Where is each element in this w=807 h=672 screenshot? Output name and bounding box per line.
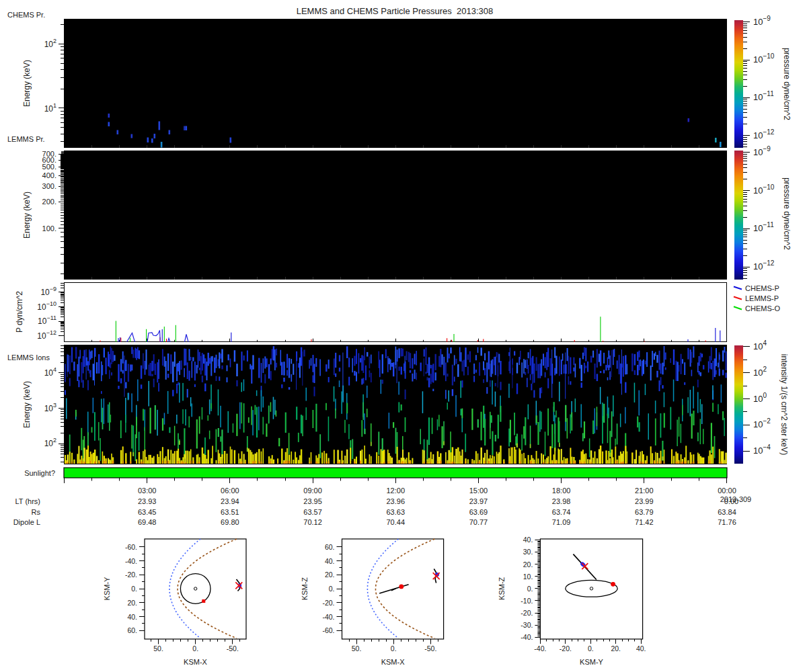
svg-text:63.45: 63.45 (138, 508, 157, 516)
svg-text:-20.: -20. (521, 609, 533, 617)
svg-text:300.: 300. (42, 182, 56, 190)
svg-text:20.: 20. (523, 560, 533, 569)
svg-text:-40.: -40. (322, 613, 334, 621)
svg-text:KSM-X: KSM-X (184, 658, 208, 666)
svg-text:23.97: 23.97 (469, 497, 488, 505)
svg-text:-10.: -10. (521, 597, 533, 605)
svg-text:LEMMS-P: LEMMS-P (745, 294, 779, 302)
svg-text:-60.: -60. (322, 626, 334, 634)
svg-text:69.48: 69.48 (138, 518, 157, 526)
svg-text:23.95: 23.95 (303, 497, 322, 505)
svg-text:LEMMS Pr.: LEMMS Pr. (7, 135, 45, 143)
svg-text:50.: 50. (352, 644, 362, 653)
svg-text:LT (hrs): LT (hrs) (15, 497, 41, 505)
svg-text:0.: 0. (192, 644, 198, 653)
svg-text:63.63: 63.63 (386, 508, 405, 516)
svg-text:23.96: 23.96 (386, 497, 405, 505)
svg-text:60.: 60. (127, 626, 137, 634)
svg-text:pressure dyne/cm^2: pressure dyne/cm^2 (782, 48, 792, 120)
svg-text:0.: 0. (391, 644, 397, 653)
svg-text:63.79: 63.79 (635, 508, 654, 516)
svg-text:30.: 30. (523, 548, 533, 556)
svg-text:intensity 1/(s cm^2 ster keV): intensity 1/(s cm^2 ster keV) (779, 354, 789, 455)
svg-text:20.: 20. (611, 644, 621, 653)
svg-text:63.57: 63.57 (303, 508, 322, 516)
svg-text:40.: 40. (127, 613, 137, 621)
svg-text:70.12: 70.12 (303, 518, 322, 526)
svg-text:-30.: -30. (521, 621, 533, 629)
svg-text:69.80: 69.80 (221, 518, 239, 526)
svg-text:10.: 10. (523, 573, 533, 581)
svg-text:-40.: -40. (534, 644, 546, 653)
svg-text:Energy (keV): Energy (keV) (22, 192, 32, 239)
svg-text:23.94: 23.94 (221, 497, 239, 505)
svg-text:23.98: 23.98 (552, 497, 571, 505)
svg-text:20.: 20. (127, 599, 137, 607)
svg-text:50.: 50. (153, 644, 163, 653)
svg-text:12:00: 12:00 (386, 487, 405, 495)
svg-text:Rs: Rs (32, 508, 41, 516)
svg-text:40.: 40. (636, 644, 646, 653)
svg-text:-20.: -20. (322, 599, 334, 607)
svg-text:-40.: -40. (521, 633, 533, 641)
svg-text:40.: 40. (325, 557, 335, 565)
svg-text:70.44: 70.44 (386, 518, 405, 526)
svg-text:21:00: 21:00 (635, 487, 654, 495)
svg-text:00:00: 00:00 (718, 487, 736, 495)
svg-text:-40.: -40. (125, 557, 137, 565)
svg-text:P dyn/cm^2: P dyn/cm^2 (15, 291, 24, 333)
svg-text:Sunlight?: Sunlight? (24, 469, 55, 477)
svg-text:Energy (keV): Energy (keV) (22, 381, 32, 428)
svg-text:63.69: 63.69 (469, 508, 488, 516)
svg-text:KSM-Y: KSM-Y (580, 658, 604, 666)
svg-text:200.: 200. (42, 198, 56, 206)
svg-text:pressure dyne/cm^2: pressure dyne/cm^2 (782, 177, 792, 250)
svg-text:-20.: -20. (560, 644, 572, 653)
svg-text:71.42: 71.42 (635, 518, 654, 526)
svg-text:0.: 0. (588, 644, 594, 653)
svg-text:70.77: 70.77 (469, 518, 488, 526)
svg-text:100.: 100. (42, 224, 56, 233)
svg-text:-50.: -50. (227, 644, 239, 653)
svg-text:700.: 700. (42, 150, 56, 158)
svg-text:23.99: 23.99 (635, 497, 654, 505)
svg-text:23.93: 23.93 (138, 497, 157, 505)
svg-text:71.76: 71.76 (718, 518, 736, 526)
svg-text:15:00: 15:00 (469, 487, 488, 495)
svg-text:KSM-Z: KSM-Z (301, 577, 309, 601)
svg-text:63.74: 63.74 (552, 508, 571, 516)
svg-text:500.: 500. (42, 163, 56, 171)
svg-text:06:00: 06:00 (221, 487, 239, 495)
svg-text:71.09: 71.09 (552, 518, 571, 526)
svg-text:18:00: 18:00 (552, 487, 571, 495)
svg-text:LEMMS Ions: LEMMS Ions (7, 353, 50, 362)
svg-text:KSM-Y: KSM-Y (103, 577, 111, 601)
svg-text:KSM-X: KSM-X (381, 658, 406, 666)
svg-text:63.84: 63.84 (718, 508, 736, 516)
svg-text:CHEMS Pr.: CHEMS Pr. (7, 11, 45, 19)
svg-text:03:00: 03:00 (138, 487, 157, 495)
svg-text:-50.: -50. (424, 644, 436, 653)
svg-text:LEMMS and CHEMS Particle Press: LEMMS and CHEMS Particle Pressures 2013:… (297, 6, 494, 16)
svg-text:60.: 60. (325, 543, 335, 551)
svg-text:Dipole L: Dipole L (13, 518, 40, 526)
svg-text:CHEMS-P: CHEMS-P (745, 284, 779, 292)
svg-text:0.: 0. (329, 585, 335, 593)
svg-text:-20.: -20. (125, 571, 137, 579)
svg-text:0.: 0. (131, 585, 137, 593)
svg-text:20.: 20. (325, 571, 335, 579)
svg-text:CHEMS-O: CHEMS-O (745, 304, 780, 312)
svg-text:KSM-Z: KSM-Z (498, 577, 506, 600)
svg-text:40.: 40. (523, 536, 533, 544)
svg-text:-60.: -60. (125, 543, 137, 551)
svg-text:400.: 400. (42, 171, 56, 179)
svg-text:0.: 0. (527, 585, 533, 593)
svg-text:09:00: 09:00 (303, 487, 322, 495)
svg-text:Energy (keV): Energy (keV) (22, 60, 32, 107)
svg-text:63.51: 63.51 (221, 508, 239, 516)
svg-text:0.00: 0.00 (724, 497, 738, 505)
